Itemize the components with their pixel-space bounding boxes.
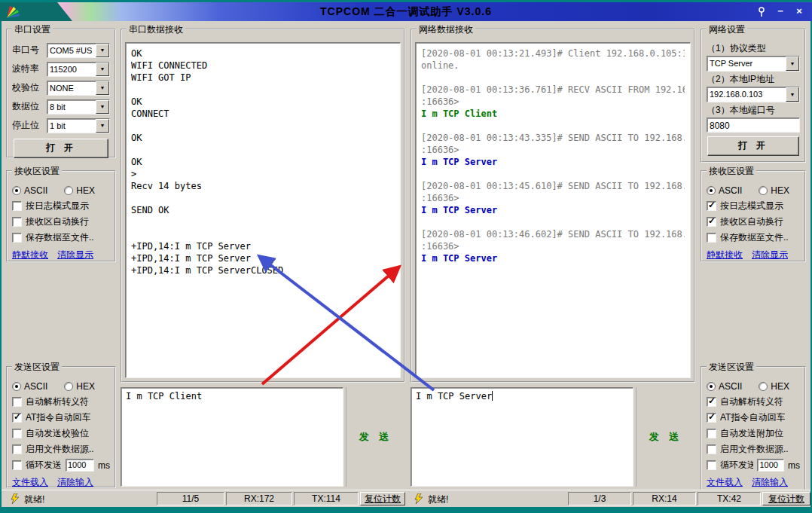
network-page-counter: 1/3 — [568, 492, 631, 505]
terminal-line: I m TCP Server — [421, 204, 685, 216]
log-mode-checkbox[interactable] — [12, 201, 22, 211]
clear-display-link[interactable]: 清除显示 — [752, 249, 788, 261]
local-ip-select[interactable]: 192.168.0.103 ▼ — [707, 87, 800, 102]
recv-format-row: ASCII HEX — [707, 182, 800, 198]
parity-select[interactable]: NONE ▼ — [47, 81, 110, 96]
serial-reset-count-button[interactable]: 复位计数 — [360, 492, 405, 505]
loop-send-checkbox[interactable] — [12, 460, 22, 470]
com-port-value: COM5 #US — [47, 44, 96, 57]
hex-radio[interactable] — [759, 382, 768, 391]
terminal-line — [131, 216, 395, 228]
chevron-down-icon[interactable]: ▼ — [786, 87, 799, 102]
network-open-button[interactable]: 打 开 — [707, 136, 799, 156]
auto-append-checkbox[interactable] — [707, 429, 716, 438]
network-rx-counter: RX:14 — [633, 492, 696, 505]
serial-receive-area[interactable]: OKWIFI CONNECTEDWIFI GOT IPOKCONNECTOKOK… — [125, 42, 401, 378]
silent-receive-link[interactable]: 静默接收 — [12, 249, 48, 261]
close-button[interactable]: × — [792, 5, 806, 17]
log-mode-checkbox[interactable] — [707, 201, 716, 211]
chevron-down-icon[interactable]: ▼ — [96, 44, 109, 57]
save-to-file-checkbox[interactable] — [707, 233, 716, 243]
hex-radio[interactable] — [759, 186, 768, 195]
escape-parse-checkbox[interactable] — [707, 397, 716, 407]
loop-send-row: 循环发送 1000 ms — [12, 457, 110, 473]
loop-interval-input[interactable]: 1000 — [66, 459, 94, 472]
text-caret — [492, 391, 493, 401]
serial-send-button[interactable]: 发 送 — [346, 387, 405, 487]
loop-send-label: 循环发送 — [720, 459, 753, 472]
chevron-down-icon[interactable]: ▼ — [96, 100, 109, 114]
data-bits-select[interactable]: 8 bit ▼ — [47, 99, 110, 115]
option-row: 接收区自动换行 — [12, 214, 110, 230]
terminal-line — [131, 192, 395, 204]
group-title: 接收区设置 — [12, 166, 62, 176]
clear-display-link[interactable]: 清除显示 — [57, 249, 93, 261]
save-to-file-label: 保存数据至文件.. — [26, 231, 94, 244]
network-send-button[interactable]: 发 送 — [636, 387, 695, 487]
log-mode-label: 按日志模式显示 — [26, 200, 89, 212]
network-send-input[interactable]: I m TCP Server — [411, 387, 633, 487]
clear-input-link[interactable]: 清除输入 — [752, 476, 788, 489]
hex-radio[interactable] — [64, 186, 73, 195]
terminal-line — [131, 84, 395, 96]
file-load-link[interactable]: 文件载入 — [12, 476, 48, 489]
panel-title: 网络数据接收 — [417, 24, 475, 35]
network-tx-counter: TX:42 — [698, 492, 761, 505]
loop-unit-label: ms — [98, 460, 110, 471]
ascii-radio[interactable] — [12, 186, 21, 195]
ascii-radio-label: ASCII — [24, 185, 47, 196]
option-row: AT指令自动回车 — [12, 410, 110, 426]
pin-button[interactable] — [755, 5, 768, 17]
minimize-button[interactable]: − — [774, 5, 787, 17]
serial-open-button[interactable]: 打 开 — [14, 139, 108, 158]
file-source-checkbox[interactable] — [707, 444, 716, 454]
file-source-checkbox[interactable] — [12, 444, 22, 454]
at-auto-enter-checkbox[interactable] — [707, 413, 716, 423]
loop-send-checkbox[interactable] — [707, 460, 716, 470]
group-title: 发送区设置 — [707, 362, 756, 372]
escape-parse-checkbox[interactable] — [12, 397, 22, 407]
chevron-down-icon[interactable]: ▼ — [96, 81, 109, 95]
ascii-radio[interactable] — [707, 186, 716, 195]
clear-input-link[interactable]: 清除输入 — [57, 476, 93, 489]
stop-bits-select[interactable]: 1 bit ▼ — [47, 118, 110, 133]
serial-status-text: 就绪! — [24, 493, 44, 506]
window-controls: − × — [755, 5, 806, 17]
auto-wrap-checkbox[interactable] — [707, 217, 716, 227]
option-row: 自动解析转义符 — [12, 394, 110, 410]
terminal-line: +IPD,14:I m TCP Server — [131, 252, 395, 264]
save-to-file-checkbox[interactable] — [12, 233, 22, 243]
silent-receive-link[interactable]: 静默接收 — [707, 249, 743, 261]
network-receive-area[interactable]: [2020-08-01 00:13:21.493]# Client 192.16… — [415, 42, 691, 378]
chevron-down-icon[interactable]: ▼ — [96, 119, 109, 133]
baud-rate-select[interactable]: 115200 ▼ — [47, 62, 110, 77]
auto-checksum-checkbox[interactable] — [12, 429, 22, 438]
parity-value: NONE — [47, 81, 96, 95]
serial-receive-panel: 串口数据接收 OKWIFI CONNECTEDWIFI GOT IPOKCONN… — [121, 29, 405, 383]
at-auto-enter-label: AT指令自动回车 — [720, 411, 785, 424]
at-auto-enter-checkbox[interactable] — [12, 413, 22, 423]
option-row: 自动发送校验位 — [12, 426, 110, 441]
local-port-input[interactable]: 8080 — [707, 118, 800, 133]
ascii-radio[interactable] — [707, 382, 716, 391]
chevron-down-icon[interactable]: ▼ — [786, 56, 799, 71]
terminal-line — [131, 120, 395, 132]
ascii-radio[interactable] — [12, 382, 21, 391]
file-load-link[interactable]: 文件载入 — [707, 476, 743, 489]
local-port-label: （3）本地端口号 — [707, 102, 800, 118]
network-recv-settings-group: 接收区设置 ASCII HEX 按日志模式显示 接收区自动换行 保存数据至文件.… — [701, 170, 806, 262]
loop-interval-input[interactable]: 1000 — [757, 459, 784, 472]
com-port-select[interactable]: COM5 #US ▼ — [47, 43, 110, 58]
auto-wrap-checkbox[interactable] — [12, 217, 22, 227]
baud-rate-value: 115200 — [47, 63, 96, 76]
panel-title: 串口数据接收 — [127, 24, 185, 35]
terminal-line: online. — [421, 60, 685, 72]
hex-radio[interactable] — [64, 382, 73, 391]
titlebar[interactable]: TCPCOM 二合一调试助手 V3.0.6 − × — [0, 2, 812, 21]
protocol-type-select[interactable]: TCP Server ▼ — [707, 56, 800, 72]
network-reset-count-button[interactable]: 复位计数 — [762, 492, 810, 505]
chevron-down-icon[interactable]: ▼ — [96, 63, 109, 76]
serial-send-settings-group: 发送区设置 ASCII HEX 自动解析转义符 AT指令自动回车 自动发送校验位… — [6, 366, 116, 488]
serial-send-input[interactable]: I m TCP Client — [121, 387, 343, 487]
send-links-row: 文件载入 清除输入 — [12, 476, 110, 489]
